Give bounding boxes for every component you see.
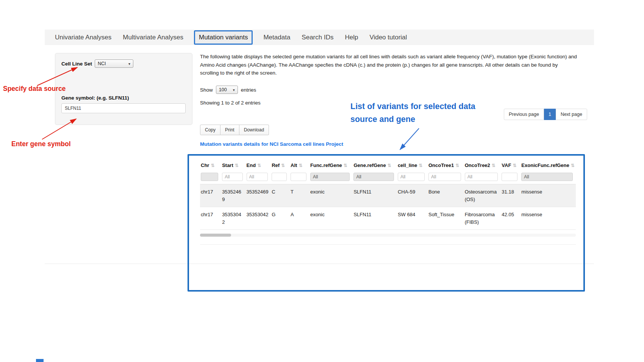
column-filter-input[interactable] bbox=[465, 173, 498, 181]
column-header-ref[interactable]: Ref⇅ bbox=[271, 159, 290, 172]
table-cell: 35353042 bbox=[221, 207, 245, 230]
column-header-chr[interactable]: Chr⇅ bbox=[200, 159, 221, 172]
chevron-down-icon: ▾ bbox=[233, 88, 235, 92]
blue-arrow-to-table bbox=[394, 126, 424, 154]
column-label: Alt bbox=[291, 162, 297, 168]
copy-button[interactable]: Copy bbox=[200, 125, 220, 135]
tab-mutation-variants[interactable]: Mutation variants bbox=[194, 30, 253, 45]
current-page-button[interactable]: 1 bbox=[544, 109, 556, 120]
sort-icon[interactable]: ⇅ bbox=[299, 163, 302, 168]
sort-icon[interactable]: ⇅ bbox=[388, 163, 391, 168]
column-header-oncotree1[interactable]: OncoTree1⇅ bbox=[428, 159, 464, 172]
filter-cell bbox=[271, 172, 290, 184]
filter-cell: All bbox=[309, 172, 353, 184]
entries-length-value: 100 bbox=[219, 87, 227, 92]
gene-symbol-label: Gene symbol: (e.g. SLFN11) bbox=[61, 95, 129, 101]
horizontal-scrollbar[interactable] bbox=[200, 234, 576, 237]
cutoff-annotation bbox=[36, 359, 44, 362]
sort-icon[interactable]: ⇅ bbox=[344, 163, 347, 168]
sort-icon[interactable]: ⇅ bbox=[513, 163, 516, 168]
print-button[interactable]: Print bbox=[220, 125, 239, 135]
table-cell: SLFN11 bbox=[353, 207, 397, 230]
table-header-row: Chr⇅Start⇅End⇅Ref⇅Alt⇅Func.refGene⇅Gene.… bbox=[200, 159, 576, 172]
column-header-gene-refgene[interactable]: Gene.refGene⇅ bbox=[353, 159, 397, 172]
column-filter-input[interactable] bbox=[398, 173, 425, 181]
next-page-button[interactable]: Next page bbox=[556, 109, 587, 120]
column-header-exonicfunc-refgene[interactable]: ExonicFunc.refGene⇅ bbox=[521, 159, 576, 172]
column-filter-input[interactable] bbox=[247, 173, 268, 181]
entries-length-select[interactable]: 100 ▾ bbox=[216, 86, 238, 94]
filter-cell bbox=[501, 172, 521, 184]
table-cell: 42.05 bbox=[501, 207, 521, 230]
column-filter-input[interactable] bbox=[428, 173, 461, 181]
cell-line-set-value: NCI bbox=[98, 61, 106, 66]
column-header-vaf[interactable]: VAF⇅ bbox=[501, 159, 521, 172]
table-cell: exonic bbox=[309, 184, 353, 207]
table-filter-row: AllAllAll bbox=[200, 172, 576, 184]
column-label: VAF bbox=[502, 162, 511, 168]
filter-cell bbox=[221, 172, 245, 184]
tab-help[interactable]: Help bbox=[344, 31, 359, 44]
column-filter-select[interactable]: All bbox=[353, 173, 394, 181]
column-header-start[interactable]: Start⇅ bbox=[221, 159, 245, 172]
table-cell: Soft_Tissue bbox=[428, 207, 464, 230]
column-filter-select[interactable] bbox=[201, 173, 218, 181]
red-arrow-to-dropdown bbox=[35, 64, 82, 89]
table-row[interactable]: chr173535304235353042GAexonicSLFN11SW 68… bbox=[200, 207, 576, 230]
tab-search-ids[interactable]: Search IDs bbox=[301, 31, 334, 44]
annotation-list-of-variants: List of variants for selected data sourc… bbox=[350, 100, 502, 126]
download-button[interactable]: Download bbox=[239, 125, 269, 135]
filter-cell bbox=[397, 172, 428, 184]
table-row[interactable]: chr173535246935352469CTexonicSLFN11CHA-5… bbox=[200, 184, 576, 207]
tab-metadata[interactable]: Metadata bbox=[263, 31, 291, 44]
cell-line-set-select[interactable]: NCI ▾ bbox=[95, 59, 133, 68]
column-label: Ref bbox=[272, 162, 280, 168]
tab-univariate-analyses[interactable]: Univariate Analyses bbox=[54, 31, 112, 44]
filter-cell: All bbox=[353, 172, 397, 184]
tab-video-tutorial[interactable]: Video tutorial bbox=[369, 31, 408, 44]
column-label: Func.refGene bbox=[310, 162, 342, 168]
sort-icon[interactable]: ⇅ bbox=[492, 163, 496, 168]
column-filter-select[interactable]: All bbox=[310, 173, 350, 181]
table-cell: A bbox=[290, 207, 309, 230]
top-navbar: Univariate Analyses Multivariate Analyse… bbox=[45, 30, 594, 45]
filter-cell: All bbox=[521, 172, 576, 184]
column-header-cell-line[interactable]: cell_line⇅ bbox=[397, 159, 428, 172]
column-filter-input[interactable] bbox=[291, 173, 306, 181]
column-label: OncoTree1 bbox=[428, 162, 454, 168]
column-label: Start bbox=[222, 162, 233, 168]
table-cell: SLFN11 bbox=[353, 184, 397, 207]
column-header-oncotree2[interactable]: OncoTree2⇅ bbox=[464, 159, 501, 172]
sort-icon[interactable]: ⇅ bbox=[211, 163, 214, 168]
table-cell: 35352469 bbox=[246, 184, 271, 207]
column-header-end[interactable]: End⇅ bbox=[246, 159, 271, 172]
column-filter-input[interactable] bbox=[272, 173, 287, 181]
sort-icon[interactable]: ⇅ bbox=[257, 163, 261, 168]
sort-icon[interactable]: ⇅ bbox=[281, 163, 285, 168]
column-filter-select[interactable]: All bbox=[521, 173, 573, 181]
page: Univariate Analyses Multivariate Analyse… bbox=[0, 0, 644, 362]
column-filter-input[interactable] bbox=[222, 173, 242, 181]
scrollbar-thumb[interactable] bbox=[200, 234, 231, 237]
column-header-alt[interactable]: Alt⇅ bbox=[290, 159, 309, 172]
column-filter-input[interactable] bbox=[502, 173, 517, 181]
variants-table: Chr⇅Start⇅End⇅Ref⇅Alt⇅Func.refGene⇅Gene.… bbox=[200, 159, 576, 230]
table-cell: chr17 bbox=[200, 184, 221, 207]
column-label: OncoTree2 bbox=[465, 162, 490, 168]
table-cell: T bbox=[290, 184, 309, 207]
sort-icon[interactable]: ⇅ bbox=[455, 163, 459, 168]
pagination: Previous page 1 Next page bbox=[504, 109, 587, 120]
previous-page-button[interactable]: Previous page bbox=[504, 109, 544, 120]
column-header-func-refgene[interactable]: Func.refGene⇅ bbox=[309, 159, 353, 172]
sort-icon[interactable]: ⇅ bbox=[571, 163, 575, 168]
export-button-group: Copy Print Download bbox=[200, 125, 269, 135]
column-label: ExonicFunc.refGene bbox=[521, 162, 569, 168]
sort-icon[interactable]: ⇅ bbox=[419, 163, 422, 168]
gene-symbol-input[interactable] bbox=[61, 103, 186, 113]
sort-icon[interactable]: ⇅ bbox=[235, 163, 239, 168]
tab-multivariate-analyses[interactable]: Multivariate Analyses bbox=[122, 31, 184, 44]
table-cell: chr17 bbox=[200, 207, 221, 230]
table-title-link[interactable]: Mutation variants details for NCI Sarcom… bbox=[200, 141, 343, 147]
show-entries-control: Show 100 ▾ entries bbox=[200, 86, 256, 94]
entries-label: entries bbox=[241, 87, 256, 93]
